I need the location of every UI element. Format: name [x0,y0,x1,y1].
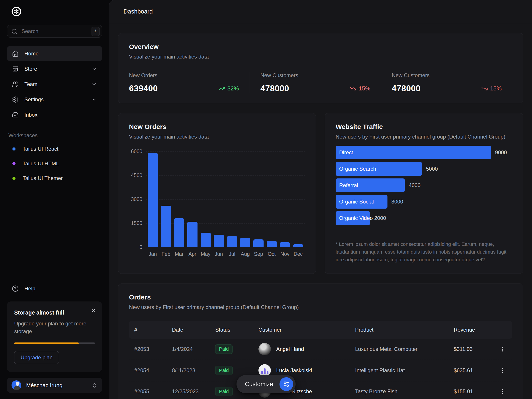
x-axis: JanFebMarAprMayJunJulAugSepOctNovDec [146,251,305,257]
column-header-customer: Customer [259,327,355,333]
stat-value: 478000 [392,84,420,93]
workspace-name: Tailus UI Themer [23,175,63,181]
traffic-bar[interactable]: Organic Social [336,195,387,209]
column-header-product: Product [355,327,454,333]
workspace-item[interactable]: Tailus UI Themer [7,171,102,185]
x-axis-tick: Jan [148,251,158,257]
chart-bar[interactable] [148,153,158,247]
x-axis-tick: Nov [280,251,290,257]
chart-bar[interactable] [161,206,171,247]
status-badge: Paid [215,387,233,396]
chart-bar[interactable] [253,239,264,247]
chart-bar[interactable] [187,222,197,247]
new-orders-chart-card: New Orders Visualize your main activitie… [118,113,316,274]
chart-bar[interactable] [227,236,237,247]
column-header-status: Status [215,327,259,333]
row-actions-button[interactable] [498,366,507,375]
x-axis-tick: Oct [267,251,277,257]
chart-bar[interactable] [267,241,277,247]
bar-chart-plot: 01500300045006000 [129,151,305,247]
sidebar-item-label: Settings [24,96,44,103]
order-status: Paid [215,344,259,354]
traffic-row: Organic Search5000 [336,162,512,176]
x-axis-tick: Feb [161,251,171,257]
x-axis-tick: Jun [214,251,224,257]
workspace-item[interactable]: Tailus UI React [7,142,102,156]
chart-bar[interactable] [280,242,290,247]
row-actions-button[interactable] [498,387,507,396]
main-header: Dashboard [109,0,532,23]
workspace-name: Tailus UI React [23,146,58,152]
order-id: #2053 [134,346,172,352]
status-badge: Paid [215,366,233,375]
sidebar-item-label: Home [24,51,38,57]
sidebar-nav: HomeStoreTeamSettingsInbox [7,46,102,122]
app-logo-icon[interactable] [11,6,102,17]
orders-table-header: #DateStatusCustomerProductRevenue [129,321,512,339]
workspace-dot [13,177,16,180]
workspace-dot [13,147,16,151]
order-revenue: $311.03 [454,346,496,352]
table-row[interactable]: #20548/11/2023PaidLucia JaskolskiIntelli… [129,360,512,381]
x-axis-tick: Apr [187,251,197,257]
stat-block: New Orders63940032% [129,72,250,93]
workspaces-list: Tailus UI ReactTailus UI HTMLTailus UI T… [7,142,102,185]
search-box: / [7,25,102,38]
chart-bar[interactable] [293,244,303,247]
overview-card: Overview Visualize your main activities … [118,33,523,103]
traffic-bar[interactable]: Organic Search [336,162,422,176]
y-axis-tick: 4500 [131,172,142,178]
traffic-bar[interactable]: Direct [336,146,491,159]
order-id: #2054 [134,367,172,374]
traffic-bar-label: Direct [339,149,353,156]
trend-down-icon [481,85,488,92]
sidebar-item-label: Team [24,81,38,87]
traffic-bar-list: Direct9000Organic Search5000Referral4000… [336,146,512,225]
inbox-icon [12,112,19,118]
main-panel: Dashboard Overview Visualize your main a… [109,0,532,399]
sidebar-item-settings[interactable]: Settings [7,92,102,107]
sidebar-item-store[interactable]: Store [7,61,102,76]
workspace-item[interactable]: Tailus UI HTML [7,156,102,171]
chart-bar[interactable] [214,235,224,247]
user-menu[interactable]: Méschac Irung [7,378,102,393]
traffic-bar-label: Organic Search [339,166,376,172]
main-content: Overview Visualize your main activities … [109,23,532,399]
sidebar-item-team[interactable]: Team [7,77,102,92]
avatar [259,364,271,377]
help-icon [12,285,19,292]
traffic-bar-label: Organic Video [339,215,373,221]
sidebar-item-inbox[interactable]: Inbox [7,107,102,122]
kebab-icon [500,346,506,352]
customize-button[interactable]: Customize [236,375,296,393]
stat-block: New Customers47800015% [250,72,381,93]
customer-name: Angel Hand [276,346,304,352]
stat-value: 478000 [260,84,289,93]
orders-subtitle: New users by First user primary channel … [129,304,512,310]
column-header-id: # [134,327,172,333]
search-icon [11,28,18,35]
row-actions-button[interactable] [498,345,507,354]
chart-bar[interactable] [240,238,250,247]
order-status: Paid [215,366,259,375]
order-actions [496,387,507,396]
website-traffic-title: Website Traffic [336,123,512,131]
chart-bar[interactable] [201,233,211,247]
new-orders-title: New Orders [129,123,305,131]
chart-bar[interactable] [174,218,184,247]
traffic-bar[interactable]: Referral [336,178,405,192]
sidebar-item-home[interactable]: Home [7,46,102,61]
sidebar-item-label: Inbox [24,112,38,118]
table-row[interactable]: #205512/25/2023PaidShem NitzscheTasty Br… [129,381,512,399]
help-label: Help [24,285,35,292]
y-axis-tick: 1500 [131,220,142,226]
sidebar-item-help[interactable]: Help [7,282,102,296]
stat-label: New Orders [129,72,239,78]
upgrade-plan-button[interactable]: Upgrade plan [14,351,59,364]
kebab-icon [500,388,506,395]
traffic-bar[interactable]: Organic Video [336,211,370,225]
order-product: Intelligent Plastic Hat [355,367,454,374]
table-row[interactable]: #20531/4/2024PaidAngel HandLuxurious Met… [129,339,512,360]
close-icon[interactable] [90,307,97,313]
search-input[interactable] [7,25,102,38]
